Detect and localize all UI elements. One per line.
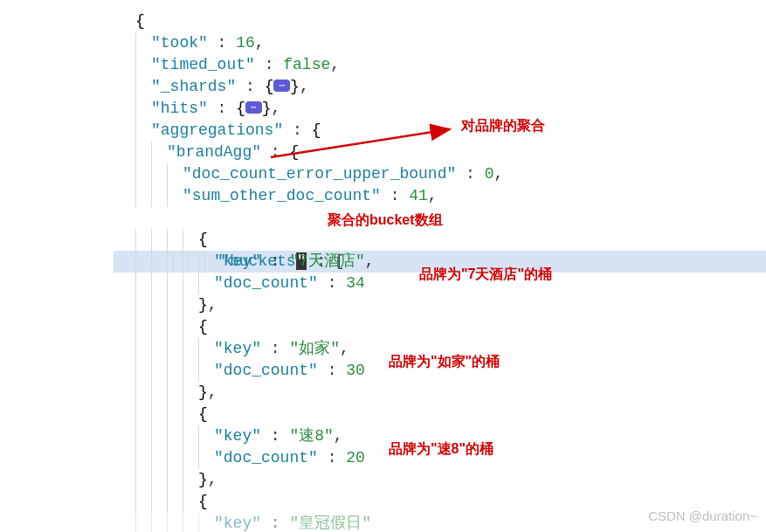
svg-line-1 [271,129,450,157]
json-string: "速8" [289,427,333,445]
json-key: "key" [214,252,261,270]
json-key: "doc_count" [214,362,318,379]
json-number: 34 [346,274,365,292]
code-line: { [135,10,766,32]
json-key: "hits" [151,100,208,117]
code-line-highlighted: "buckets" : [ [135,207,766,229]
code-line: { [135,404,766,425]
code-line: "sum_other_doc_count" : 41, [135,185,766,207]
json-key: "doc_count" [214,449,318,466]
code-line: "took" : 16, [135,32,766,54]
json-key: "aggregations" [151,121,283,139]
code-line: "doc_count_error_upper_bound" : 0, [135,163,766,185]
json-number: 20 [346,449,365,466]
code-line: "_shards" : {⋯}, [135,76,766,98]
json-key: "brandAgg" [167,143,261,161]
json-boolean: false [283,56,330,73]
code-line: }, [135,382,766,404]
open-brace: { [135,12,145,30]
code-line: "hits" : {⋯}, [135,98,766,120]
annotation-label: 品牌为"7天酒店"的桶 [419,265,552,284]
json-key: "_shards" [151,78,236,95]
json-string: "皇冠假日" [289,515,371,532]
code-line: }, [135,469,766,491]
json-number: 16 [236,34,255,52]
json-key: "key" [214,515,261,532]
code-block: { "took" : 16, "timed_out" : false, "_sh… [0,0,766,532]
json-key: "sum_other_doc_count" [183,187,381,204]
annotation-label: 品牌为"速8"的桶 [389,439,493,459]
annotation-arrow-icon [266,122,467,166]
watermark-text: CSDN @duration~ [648,507,757,525]
fold-indicator-icon[interactable]: ⋯ [273,79,290,92]
json-number: 30 [346,362,365,379]
json-number: 41 [409,187,428,204]
annotation-label: 聚合的bucket数组 [328,211,443,230]
code-line: { [135,316,766,338]
json-string: "如家" [289,340,340,357]
code-line: }, [135,294,766,316]
json-key: "key" [214,427,261,445]
json-string: "7天酒店" [289,252,364,270]
json-key: "timed_out" [151,56,255,73]
annotation-label: 对品牌的聚合 [461,116,545,135]
json-number: 0 [485,165,494,183]
json-key: "doc_count_error_upper_bound" [183,165,456,183]
code-line: { [135,229,766,251]
json-key: "took" [151,34,208,52]
fold-indicator-icon[interactable]: ⋯ [245,101,262,114]
annotation-label: 品牌为"如家"的桶 [389,352,500,371]
json-key: "doc_count" [214,274,318,292]
json-key: "key" [214,340,261,357]
code-line: "timed_out" : false, [135,54,766,76]
